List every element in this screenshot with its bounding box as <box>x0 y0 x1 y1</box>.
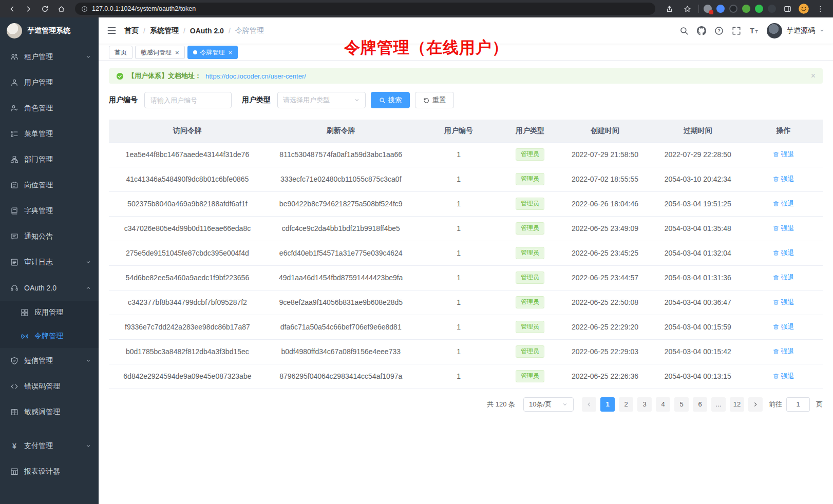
extension-icon-4[interactable] <box>742 5 750 13</box>
pagination-next-button[interactable] <box>748 397 763 412</box>
pagination-page[interactable]: 3 <box>637 397 652 412</box>
extension-icon-2[interactable] <box>716 5 725 13</box>
sidebar-item-oauth2-app[interactable]: 应用管理 <box>0 301 99 324</box>
sidebar-item-notice[interactable]: 通知公告 <box>0 224 99 249</box>
force-logout-button[interactable]: 强退 <box>773 175 794 184</box>
back-icon[interactable] <box>5 2 18 15</box>
tab-close-icon[interactable]: × <box>229 49 233 56</box>
user-id-cell: 1 <box>416 315 502 339</box>
sensitive-icon <box>10 408 18 416</box>
force-logout-button[interactable]: 强退 <box>773 322 794 332</box>
user-id-input[interactable] <box>144 92 232 108</box>
search-button[interactable]: 搜索 <box>371 92 410 108</box>
refresh-token-cell: 811c530487574fa0af1a59d3abc1aa66 <box>266 142 416 167</box>
share-icon[interactable] <box>662 2 676 15</box>
doc-link[interactable]: https://doc.iocoder.cn/user-center/ <box>205 72 306 80</box>
sidebar-item-menu[interactable]: 菜单管理 <box>0 121 99 147</box>
extension-icon-3[interactable] <box>729 5 737 13</box>
page-content: 【用户体系】文档地址： https://doc.iocoder.cn/user-… <box>99 61 833 504</box>
errcode-icon <box>10 382 18 391</box>
github-icon[interactable] <box>697 26 706 35</box>
sidebar-item-audit[interactable]: 审计日志 <box>0 249 99 275</box>
force-logout-button[interactable]: 强退 <box>773 224 794 233</box>
breadcrumb-item[interactable]: 首页 <box>124 26 139 35</box>
pagination-page[interactable]: 6 <box>693 397 707 412</box>
sidebar-item-report[interactable]: 报表设计器 <box>0 459 99 484</box>
pagination-page[interactable]: 12 <box>730 397 744 412</box>
extension-icon-1[interactable] <box>704 5 712 13</box>
sidebar-item-errcode[interactable]: 错误码管理 <box>0 374 99 399</box>
sidebar-item-label: 部门管理 <box>24 155 53 164</box>
fullscreen-icon[interactable] <box>732 26 741 35</box>
expires-at-cell: 2054-03-04 00:15:59 <box>651 315 744 339</box>
sidebar-item-pay[interactable]: ¥支付管理 <box>0 433 99 459</box>
pagination-page[interactable]: 1 <box>600 397 615 412</box>
pagination-page[interactable]: 2 <box>619 397 633 412</box>
force-logout-button[interactable]: 强退 <box>773 150 794 159</box>
column-header: 过期时间 <box>651 120 744 142</box>
sidebar-item-post[interactable]: 岗位管理 <box>0 172 99 198</box>
user-type-badge: 管理员 <box>516 148 544 161</box>
site-info-icon[interactable] <box>81 6 88 12</box>
user-icon <box>10 79 18 87</box>
app-logo[interactable]: 芋道管理系统 <box>0 17 99 44</box>
refresh-token-cell: be90422b8c7946218275a508bf524fc9 <box>266 191 416 216</box>
sidebar-item-sms[interactable]: 短信管理 <box>0 348 99 374</box>
reset-button-label: 重置 <box>432 95 446 105</box>
sidebar-item-oauth2-token[interactable]: 令牌管理 <box>0 324 99 348</box>
refresh-token-cell: 333ecfc71e02480cb11055c875c3ca0f <box>266 167 416 191</box>
sidebar-item-tenant[interactable]: 租户管理 <box>0 44 99 70</box>
breadcrumb-item[interactable]: 系统管理 <box>150 26 179 35</box>
sidebar-item-oauth2[interactable]: OAuth 2.0 <box>0 275 99 301</box>
sidebar-item-dict[interactable]: 字典管理 <box>0 198 99 224</box>
tab[interactable]: 令牌管理× <box>187 46 238 59</box>
tab[interactable]: 首页 <box>109 46 132 59</box>
pagination-prev-button[interactable] <box>582 397 596 412</box>
breadcrumb-item[interactable]: OAuth 2.0 <box>190 27 224 35</box>
force-logout-button[interactable]: 强退 <box>773 273 794 282</box>
extension-icon-5[interactable] <box>755 5 763 13</box>
user-type-badge: 管理员 <box>516 296 544 308</box>
tab[interactable]: 敏感词管理× <box>135 46 185 59</box>
breadcrumb-item: 令牌管理 <box>235 26 264 35</box>
sidebar-item-sensitive[interactable]: 敏感词管理 <box>0 399 99 425</box>
help-icon[interactable]: ? <box>714 26 724 35</box>
extension-icon-6[interactable] <box>768 5 776 13</box>
pagination-page[interactable]: 5 <box>674 397 689 412</box>
sidebar-item-role[interactable]: 角色管理 <box>0 95 99 121</box>
browser-menu-icon[interactable] <box>813 2 827 15</box>
tab-group-icon[interactable] <box>781 2 794 15</box>
app-title: 芋道管理系统 <box>27 26 70 35</box>
home-icon[interactable] <box>54 2 68 15</box>
browser-profile-avatar[interactable] <box>799 4 809 14</box>
alert-close-icon[interactable]: × <box>811 72 816 80</box>
force-logout-button[interactable]: 强退 <box>773 248 794 258</box>
pagination-page[interactable]: 4 <box>656 397 670 412</box>
hamburger-icon[interactable] <box>107 26 117 35</box>
reload-icon[interactable] <box>38 2 51 15</box>
goto-page-input[interactable] <box>786 397 810 412</box>
reset-button[interactable]: 重置 <box>415 92 454 108</box>
pagination-more[interactable]: ... <box>711 397 726 412</box>
topbar: 首页/系统管理/OAuth 2.0/令牌管理 ? TT 芋道源码 <box>99 17 833 44</box>
address-bar[interactable]: 127.0.0.1:1024/system/oauth2/token <box>75 3 655 15</box>
user-menu[interactable]: 芋道源码 <box>767 23 825 38</box>
sidebar-item-dept[interactable]: 部门管理 <box>0 147 99 172</box>
header-tools: ? TT 芋道源码 <box>679 23 825 38</box>
bookmark-star-icon[interactable] <box>680 2 694 15</box>
user-type-select[interactable]: 请选择用户类型 <box>277 92 366 108</box>
refresh-token-cell: b0df4980ffd34c67a08f9156e4eee733 <box>266 339 416 364</box>
font-size-icon[interactable]: TT <box>749 26 759 35</box>
created-at-cell: 2022-06-25 22:29:20 <box>559 315 652 339</box>
app-icon <box>21 308 29 317</box>
force-logout-button[interactable]: 强退 <box>773 199 794 208</box>
force-logout-button[interactable]: 强退 <box>773 372 794 381</box>
force-logout-button[interactable]: 强退 <box>773 298 794 307</box>
sidebar-item-user[interactable]: 用户管理 <box>0 70 99 95</box>
sidebar-item-label: 租户管理 <box>24 52 53 62</box>
forward-icon[interactable] <box>22 2 35 15</box>
force-logout-button[interactable]: 强退 <box>773 347 794 356</box>
search-icon[interactable] <box>679 26 689 35</box>
tab-close-icon[interactable]: × <box>175 49 179 56</box>
page-size-select[interactable]: 10条/页 <box>523 397 574 412</box>
